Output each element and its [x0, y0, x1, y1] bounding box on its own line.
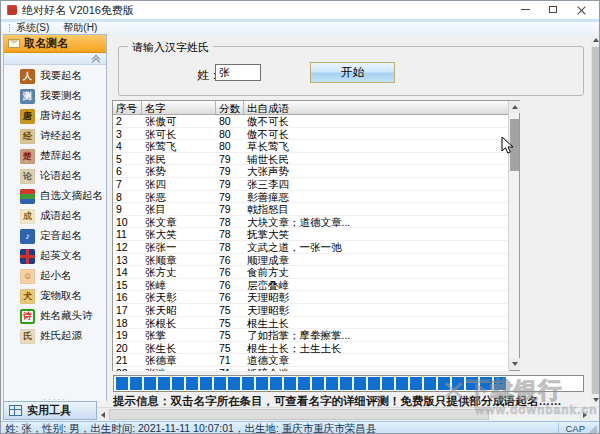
table-cell: 6: [113, 165, 142, 177]
table-cell: 层峦叠嶂: [244, 279, 509, 291]
table-cell: 根生土长: [244, 317, 509, 329]
progress-block: [186, 377, 198, 390]
table-cell: 75: [216, 304, 244, 316]
table-row[interactable]: 3张可长80傲不可长: [113, 128, 509, 141]
sidebar-item-label: 姓氏起源: [40, 329, 82, 343]
tang-poetry-icon: 唐: [20, 109, 35, 124]
table-row[interactable]: 4张莺飞80草长莺飞: [113, 140, 509, 153]
horizontal-scrollbar[interactable]: [97, 407, 591, 420]
table-row[interactable]: 19张掌75了如指掌；摩拳擦掌...: [113, 329, 509, 342]
sidebar-item[interactable]: 自选文摘起名: [4, 186, 106, 206]
maximize-icon: [549, 6, 557, 13]
lunyu-book-icon: 论: [20, 169, 35, 184]
arrow-left-icon: [101, 412, 105, 418]
table-cell: 11: [113, 228, 142, 240]
progress-block: [452, 377, 464, 390]
scroll-up-button[interactable]: [509, 101, 520, 113]
main-scroll-down-button[interactable]: [591, 394, 600, 406]
menu-bar: 系统(S)帮助(H): [1, 22, 599, 34]
scroll-right-button[interactable]: [579, 408, 591, 421]
table-row[interactable]: 8张恶79彰善瘅恶: [113, 191, 509, 204]
table-row[interactable]: 14张方丈76食前方丈: [113, 266, 509, 279]
sidebar-footer-tools[interactable]: 实用工具: [3, 401, 97, 420]
sidebar-item[interactable]: 人我要起名: [4, 66, 106, 86]
table-row[interactable]: 18张根长75根生土长: [113, 317, 509, 330]
menu-item[interactable]: 帮助(H): [63, 22, 97, 34]
app-icon: [7, 5, 17, 15]
sidebar-item[interactable]: 测我要测名: [4, 86, 106, 106]
table-row[interactable]: 9张目79戟指怒目: [113, 203, 509, 216]
progress-bar: [113, 375, 584, 392]
sidebar-item[interactable]: 论论语起名: [4, 166, 106, 186]
table-cell: 18: [113, 317, 142, 329]
progress-block: [298, 377, 310, 390]
menu-item[interactable]: 系统(S): [16, 22, 49, 34]
table-cell: 13: [113, 254, 142, 266]
table-row[interactable]: 21张德章71道德文章: [113, 354, 509, 367]
table-scrollbar-thumb[interactable]: [510, 119, 519, 171]
table-row[interactable]: 15张嶂76层峦叠嶂: [113, 279, 509, 292]
sidebar-item-label: 唐诗起名: [40, 109, 82, 123]
scroll-left-button[interactable]: [97, 408, 109, 421]
sidebar-item[interactable]: 犬宠物取名: [4, 286, 106, 306]
sidebar-header[interactable]: 取名测名: [4, 35, 106, 53]
column-header[interactable]: 出自成语: [244, 101, 519, 114]
table-row[interactable]: 12张张一78文武之道，一张一弛: [113, 241, 509, 254]
progress-block: [256, 377, 268, 390]
sidebar-item[interactable]: ☺起小名: [4, 266, 106, 286]
main-scroll-up-button[interactable]: [591, 34, 600, 46]
sidebar-item[interactable]: 唐唐诗起名: [4, 106, 106, 126]
close-button[interactable]: [567, 2, 595, 17]
main-scrollbar-thumb[interactable]: [592, 47, 599, 394]
table-row[interactable]: 13张顺章76顺理成章: [113, 254, 509, 267]
minimize-button[interactable]: [511, 2, 539, 17]
table-cell: 天理昭彰: [244, 304, 509, 316]
progress-block: [466, 377, 478, 390]
collapse-chevron-icon[interactable]: [93, 56, 100, 63]
table-cell: 78: [216, 216, 244, 228]
table-row[interactable]: 11张大笑78抚掌大笑: [113, 228, 509, 241]
horizontal-scrollbar-thumb[interactable]: [109, 409, 489, 420]
table-cell: 79: [216, 165, 244, 177]
app-window: 绝对好名 V2016免费版 系统(S)帮助(H) 取名测名 人我要起名测我要测名…: [0, 0, 600, 434]
main-vertical-scrollbar[interactable]: [591, 34, 600, 407]
table-row[interactable]: 7张四79张三李四: [113, 178, 509, 191]
table-row[interactable]: 20张生长75根生土长；土生土长: [113, 342, 509, 355]
table-row[interactable]: 10张文章78大块文章；道德文章...: [113, 216, 509, 229]
table-cell: 张恶: [142, 191, 216, 203]
table-row[interactable]: 6张势79大张声势: [113, 165, 509, 178]
table-row[interactable]: 22张迷71纸醉金迷: [113, 367, 509, 371]
start-button[interactable]: 开始: [310, 62, 395, 83]
column-header[interactable]: 名字: [142, 101, 216, 114]
sidebar-item[interactable]: 楚楚辞起名: [4, 146, 106, 166]
sidebar-item[interactable]: 起英文名: [4, 246, 106, 266]
minimize-icon: [521, 9, 530, 10]
surname-input[interactable]: [215, 64, 261, 81]
maximize-button[interactable]: [539, 2, 567, 17]
table-vertical-scrollbar[interactable]: [508, 101, 519, 370]
table-row[interactable]: 2张傲可80傲不可长: [113, 115, 509, 128]
status-bar: 姓: 张，性别: 男，出生时间: 2021-11-11 10:07:01，出生地…: [1, 421, 599, 434]
sidebar-item[interactable]: 诗姓名藏头诗: [4, 306, 106, 326]
sidebar-item[interactable]: 成成语起名: [4, 206, 106, 226]
sidebar-item[interactable]: 氏姓氏起源: [4, 326, 106, 346]
table-row[interactable]: 5张民79辅世长民: [113, 153, 509, 166]
scroll-down-button[interactable]: [509, 358, 520, 370]
sidebar-item[interactable]: 经诗经起名: [4, 126, 106, 146]
table-cell: 12: [113, 241, 142, 253]
table-cell: 14: [113, 266, 142, 278]
title-bar[interactable]: 绝对好名 V2016免费版: [1, 1, 599, 19]
table-header: 序号名字分数出自成语: [113, 101, 519, 115]
table-row[interactable]: 16张天彰76天理昭彰: [113, 291, 509, 304]
cap-indicator: CAP: [558, 423, 585, 434]
sidebar: 取名测名 人我要起名测我要测名唐唐诗起名经诗经起名楚楚辞起名论论语起名自选文摘起…: [3, 34, 107, 401]
column-header[interactable]: 分数: [216, 101, 244, 114]
sidebar-item[interactable]: ♪定音起名: [4, 226, 106, 246]
table-row[interactable]: 17张天昭75天理昭彰: [113, 304, 509, 317]
progress-block: [144, 377, 156, 390]
table-cell: 大张声势: [244, 165, 509, 177]
table-cell: 辅世长民: [244, 153, 509, 165]
resize-grip[interactable]: [589, 425, 597, 433]
table-cell: 71: [216, 354, 244, 366]
column-header[interactable]: 序号: [113, 101, 142, 114]
